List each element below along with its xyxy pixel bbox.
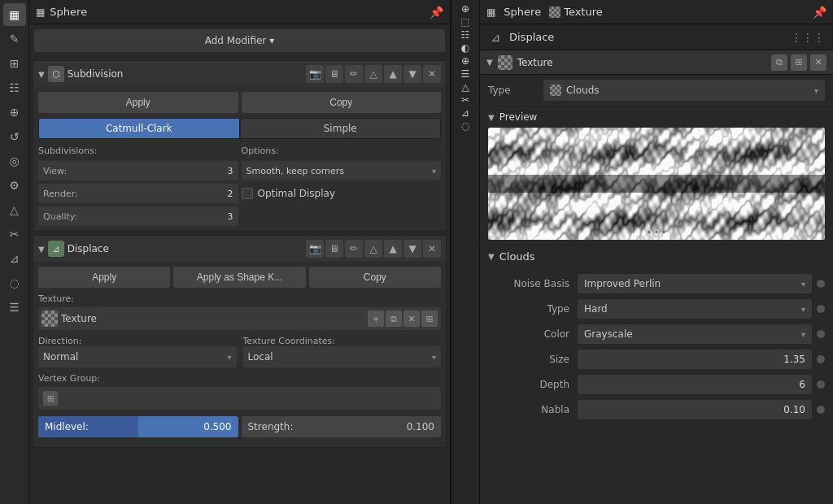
subdivision-vertex-btn[interactable]: △: [364, 65, 382, 83]
subdivision-modifier: ▼ ⬡ Subdivision 📷 🖥 ✏ △ ▲ ▼ ✕ A: [33, 60, 447, 232]
icon-circle[interactable]: ◎: [3, 150, 26, 172]
displace-subheader: ⊿ Displace ⋮⋮⋮: [480, 24, 833, 50]
right-panel-scroll[interactable]: ▼ Preview • • • ▼ Clouds Noise Basis: [480, 106, 833, 504]
texture-delete-btn[interactable]: ✕: [403, 311, 420, 327]
texture-header-copy-btn[interactable]: ⧉: [771, 54, 787, 71]
smooth-options-select[interactable]: Smooth, keep corners ▾: [242, 161, 442, 180]
displace-apply-shape-btn[interactable]: Apply as Shape K...: [173, 267, 305, 288]
displace-collapse-arrow[interactable]: ▼: [38, 245, 45, 254]
type-row-label: Type: [488, 85, 537, 96]
clouds-nabla-dot: [817, 406, 825, 414]
subdivision-copy-btn[interactable]: Copy: [242, 92, 442, 113]
simple-radio[interactable]: Simple: [240, 118, 442, 139]
displace-camera-btn[interactable]: 📷: [306, 240, 324, 258]
displace-edit-btn[interactable]: ✏: [345, 240, 363, 258]
icon-triangle[interactable]: △: [3, 198, 26, 221]
clouds-nabla-input[interactable]: 0.10: [578, 400, 812, 419]
subdivision-render-btn[interactable]: 🖥: [325, 65, 343, 83]
icon-corner[interactable]: ⊿: [3, 247, 26, 270]
displace-up-btn[interactable]: ▲: [384, 240, 402, 258]
right-pin-icon[interactable]: 📌: [813, 6, 826, 19]
type-select[interactable]: Clouds ▾: [543, 80, 825, 101]
center-icon-4[interactable]: ◐: [461, 42, 469, 54]
catmull-clark-radio[interactable]: Catmull-Clark: [38, 118, 240, 139]
center-icon-1[interactable]: ⊕: [461, 3, 469, 15]
vertex-group-field[interactable]: ⊞: [38, 387, 441, 410]
icon-layers[interactable]: ☷: [3, 76, 26, 99]
texture-header-dup-btn[interactable]: ⊞: [791, 54, 807, 71]
direction-col: Direction: Normal ▾: [38, 335, 237, 367]
center-icon-2[interactable]: ⬚: [460, 16, 469, 28]
icon-view[interactable]: ⊞: [3, 52, 26, 75]
optimal-display-checkbox[interactable]: [242, 188, 253, 199]
left-icon-bar: ▦ ✎ ⊞ ☷ ⊕ ↺ ◎ ⚙ △ ✂ ⊿ ◌ ☰: [0, 0, 29, 504]
center-icon-7[interactable]: △: [461, 81, 469, 93]
center-icon-3[interactable]: ☷: [461, 29, 470, 41]
subdivision-apply-btn[interactable]: Apply: [38, 92, 238, 113]
direction-arrow: ▾: [227, 353, 231, 362]
quality-field[interactable]: Quality: 3: [38, 206, 238, 226]
texture-copy-btn[interactable]: ⧉: [386, 311, 402, 327]
clouds-nabla-value: 0.10: [783, 404, 805, 415]
texture-header-close-btn[interactable]: ✕: [810, 54, 826, 71]
subdivision-close-btn[interactable]: ✕: [423, 65, 441, 83]
preview-collapse-arrow[interactable]: ▼: [488, 113, 495, 122]
midlevel-slider[interactable]: Midlevel: 0.500: [38, 416, 238, 437]
strength-slider[interactable]: Strength: 0.100: [242, 416, 442, 437]
icon-add[interactable]: ⊕: [3, 101, 26, 124]
center-icon-8[interactable]: ✂: [461, 94, 469, 106]
displace-subheader-pin[interactable]: ⋮⋮⋮: [791, 31, 825, 44]
icon-scissors[interactable]: ✂: [3, 223, 26, 245]
displace-copy-btn[interactable]: Copy: [309, 267, 441, 288]
noise-basis-select[interactable]: Improved Perlin ▾: [578, 274, 812, 293]
texture-tab[interactable]: Texture: [549, 6, 603, 18]
modifiers-scroll[interactable]: ▼ ⬡ Subdivision 📷 🖥 ✏ △ ▲ ▼ ✕ A: [29, 57, 450, 504]
center-icon-10[interactable]: ◌: [461, 120, 469, 132]
view-field[interactable]: View: 3: [38, 161, 238, 180]
icon-gear[interactable]: ⚙: [3, 174, 26, 197]
noise-basis-value: Improved Perlin: [584, 278, 661, 289]
texcoords-dropdown[interactable]: Local ▾: [243, 346, 442, 367]
subdivision-collapse-arrow[interactable]: ▼: [38, 70, 45, 79]
pin-icon[interactable]: 📌: [430, 6, 443, 19]
center-icon-6[interactable]: ☰: [461, 68, 470, 80]
displace-close-btn[interactable]: ✕: [423, 240, 441, 258]
subdivision-edit-btn[interactable]: ✏: [345, 65, 363, 83]
displace-down-btn[interactable]: ▼: [403, 240, 421, 258]
subdivision-down-btn[interactable]: ▼: [403, 65, 421, 83]
preview-title: Preview: [499, 111, 538, 123]
icon-menu[interactable]: ☰: [3, 296, 26, 319]
clouds-type-row: Type Hard ▾: [488, 298, 825, 320]
icon-ring[interactable]: ◌: [3, 272, 26, 294]
icon-scene[interactable]: ▦: [3, 3, 26, 26]
texture-field[interactable]: Texture + ⧉ ✕ ⊞: [38, 307, 441, 330]
clouds-collapse-arrow[interactable]: ▼: [488, 252, 495, 261]
right-panel-title2: Texture: [564, 6, 603, 18]
displace-apply-btn[interactable]: Apply: [38, 267, 170, 288]
icon-edit[interactable]: ✎: [3, 28, 26, 50]
displace-modifier-body: Apply Apply as Shape K... Copy Texture: …: [33, 262, 446, 447]
center-icon-9[interactable]: ⊿: [461, 107, 469, 119]
subdivision-camera-btn[interactable]: 📷: [306, 65, 324, 83]
clouds-color-select[interactable]: Grayscale ▾: [578, 324, 812, 344]
icon-rotate[interactable]: ↺: [3, 125, 26, 148]
clouds-type-select[interactable]: Hard ▾: [578, 299, 812, 319]
displace-render-btn[interactable]: 🖥: [325, 240, 343, 258]
direction-dropdown[interactable]: Normal ▾: [38, 346, 237, 367]
subdivision-mod-icon: ⬡: [48, 66, 64, 82]
displace-vertex-btn[interactable]: △: [364, 240, 382, 258]
clouds-size-input[interactable]: 1.35: [578, 350, 812, 369]
subdivision-type-radio: Catmull-Clark Simple: [38, 118, 441, 139]
texture-show-btn[interactable]: ⊞: [421, 311, 438, 327]
texture-subheader-collapse[interactable]: ▼: [486, 58, 493, 67]
center-icon-5[interactable]: ⊕: [461, 55, 469, 67]
subdivision-up-btn[interactable]: ▲: [384, 65, 402, 83]
view-label: View:: [43, 166, 225, 176]
render-field[interactable]: Render: 2: [38, 184, 238, 203]
clouds-depth-input[interactable]: 6: [578, 375, 812, 394]
subdivision-modifier-header: ▼ ⬡ Subdivision 📷 🖥 ✏ △ ▲ ▼ ✕: [33, 61, 446, 87]
add-modifier-button[interactable]: Add Modifier ▾: [34, 29, 445, 52]
midlevel-strength-row: Midlevel: 0.500 Strength: 0.100: [38, 416, 441, 437]
displace-modifier: ▼ ⊿ Displace 📷 🖥 ✏ △ ▲ ▼ ✕ Appl: [33, 235, 447, 448]
texture-new-btn[interactable]: +: [368, 311, 384, 327]
